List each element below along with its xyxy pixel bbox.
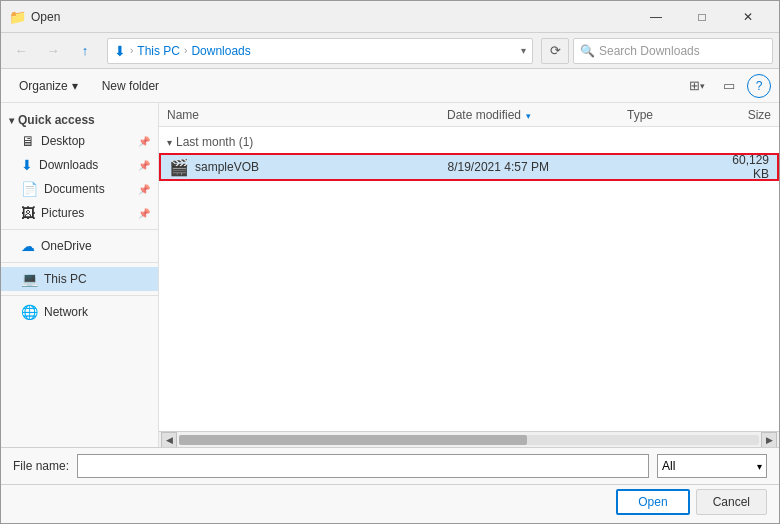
open-button[interactable]: Open <box>616 489 689 515</box>
quick-access-label: Quick access <box>18 113 95 127</box>
onedrive-icon: ☁ <box>21 238 35 254</box>
desktop-icon: 🖥 <box>21 133 35 149</box>
documents-icon: 📄 <box>21 181 38 197</box>
breadcrumb-sep2: › <box>184 45 187 56</box>
breadcrumb: ⬇ › This PC › Downloads <box>114 43 251 59</box>
filename-input[interactable] <box>77 454 649 478</box>
pane-button[interactable]: ▭ <box>715 73 743 99</box>
network-label: Network <box>44 305 88 319</box>
col-date-header[interactable]: Date modified ▾ <box>447 108 627 122</box>
downloads-icon: ⬇ <box>21 157 33 173</box>
open-dialog: 📁 Open — □ ✕ ← → ↑ ⬇ › This PC › Downloa… <box>0 0 780 524</box>
window-title: Open <box>31 10 633 24</box>
file-size-sampleVOB: 60,129 KB <box>732 153 769 181</box>
sidebar: ▾ Quick access 🖥 Desktop 📌 ⬇ Downloads 📌… <box>1 103 159 447</box>
breadcrumb-this-pc: This PC <box>137 44 180 58</box>
hscroll-thumb <box>179 435 527 445</box>
sidebar-item-this-pc[interactable]: 💻 This PC <box>1 267 158 291</box>
group-chevron: ▾ <box>167 137 172 148</box>
file-icon-sampleVOB: 🎬 <box>169 158 189 177</box>
col-size-header[interactable]: Size <box>747 108 771 122</box>
file-name-sampleVOB: sampleVOB <box>195 160 448 174</box>
sidebar-item-onedrive[interactable]: ☁ OneDrive <box>1 234 158 258</box>
maximize-button[interactable]: □ <box>679 1 725 33</box>
desktop-pin-icon: 📌 <box>138 136 150 147</box>
search-box[interactable]: 🔍 Search Downloads <box>573 38 773 64</box>
breadcrumb-downloads: Downloads <box>191 44 250 58</box>
title-bar: 📁 Open — □ ✕ <box>1 1 779 33</box>
group-label: Last month (1) <box>176 135 253 149</box>
sidebar-divider-1 <box>1 229 158 230</box>
view-options-button[interactable]: ⊞ ▾ <box>683 73 711 99</box>
network-icon: 🌐 <box>21 304 38 320</box>
filename-label: File name: <box>13 459 69 473</box>
onedrive-label: OneDrive <box>41 239 92 253</box>
column-headers: Name Date modified ▾ Type Size <box>159 103 779 127</box>
hscroll-right-button[interactable]: ▶ <box>761 432 777 448</box>
sidebar-item-documents[interactable]: 📄 Documents 📌 <box>1 177 158 201</box>
bottom-buttons-row: Open Cancel <box>1 484 779 523</box>
window-icon: 📁 <box>9 9 25 25</box>
address-dropdown-icon[interactable]: ▾ <box>521 45 526 56</box>
documents-label: Documents <box>44 182 105 196</box>
organize-label: Organize <box>19 79 68 93</box>
cancel-button[interactable]: Cancel <box>696 489 767 515</box>
refresh-button[interactable]: ⟳ <box>541 38 569 64</box>
file-row-sampleVOB[interactable]: 🎬 sampleVOB 8/19/2021 4:57 PM 60,129 KB <box>159 153 779 181</box>
hscroll-track[interactable] <box>179 435 759 445</box>
search-icon: 🔍 <box>580 44 595 58</box>
bottom-filename-row: File name: All ▾ <box>1 447 779 484</box>
this-pc-icon: 💻 <box>21 271 38 287</box>
view-dropdown-arrow: ▾ <box>700 81 705 91</box>
search-placeholder: Search Downloads <box>599 44 766 58</box>
help-button[interactable]: ? <box>747 74 771 98</box>
breadcrumb-icon: ⬇ <box>114 43 126 59</box>
up-button[interactable]: ↑ <box>71 37 99 65</box>
sidebar-item-pictures[interactable]: 🖼 Pictures 📌 <box>1 201 158 225</box>
downloads-label: Downloads <box>39 158 98 172</box>
quick-access-header[interactable]: ▾ Quick access <box>1 107 158 129</box>
sidebar-divider-2 <box>1 262 158 263</box>
sidebar-item-network[interactable]: 🌐 Network <box>1 300 158 324</box>
sidebar-item-desktop[interactable]: 🖥 Desktop 📌 <box>1 129 158 153</box>
back-button[interactable]: ← <box>7 37 35 65</box>
sidebar-divider-3 <box>1 295 158 296</box>
pane-icon: ▭ <box>723 78 735 93</box>
file-list: ▾ Last month (1) 🎬 sampleVOB 8/19/2021 4… <box>159 127 779 431</box>
col-type-header[interactable]: Type <box>627 108 747 122</box>
toolbar-right: ⊞ ▾ ▭ ? <box>683 73 771 99</box>
sidebar-item-downloads[interactable]: ⬇ Downloads 📌 <box>1 153 158 177</box>
pictures-label: Pictures <box>41 206 84 220</box>
horizontal-scrollbar[interactable]: ◀ ▶ <box>159 431 779 447</box>
filetype-label: All <box>662 459 675 473</box>
file-area: Name Date modified ▾ Type Size ▾ Las <box>159 103 779 447</box>
documents-pin-icon: 📌 <box>138 184 150 195</box>
file-date-sampleVOB: 8/19/2021 4:57 PM <box>448 160 619 174</box>
filetype-select[interactable]: All ▾ <box>657 454 767 478</box>
toolbar: Organize ▾ New folder ⊞ ▾ ▭ ? <box>1 69 779 103</box>
hscroll-left-button[interactable]: ◀ <box>161 432 177 448</box>
pictures-icon: 🖼 <box>21 205 35 221</box>
new-folder-label: New folder <box>102 79 159 93</box>
col-date-arrow: ▾ <box>526 111 531 121</box>
view-icon: ⊞ <box>689 78 700 93</box>
organize-button[interactable]: Organize ▾ <box>9 73 88 99</box>
address-bar[interactable]: ⬇ › This PC › Downloads ▾ <box>107 38 533 64</box>
navigation-bar: ← → ↑ ⬇ › This PC › Downloads ▾ ⟳ 🔍 Sear… <box>1 33 779 69</box>
window-controls: — □ ✕ <box>633 1 771 33</box>
downloads-pin-icon: 📌 <box>138 160 150 171</box>
minimize-button[interactable]: — <box>633 1 679 33</box>
filetype-arrow: ▾ <box>757 461 762 472</box>
forward-button[interactable]: → <box>39 37 67 65</box>
group-header-last-month[interactable]: ▾ Last month (1) <box>159 131 779 153</box>
close-button[interactable]: ✕ <box>725 1 771 33</box>
breadcrumb-sep1: › <box>130 45 133 56</box>
content-area: ▾ Quick access 🖥 Desktop 📌 ⬇ Downloads 📌… <box>1 103 779 447</box>
this-pc-label: This PC <box>44 272 87 286</box>
col-name-header[interactable]: Name <box>167 108 447 122</box>
new-folder-button[interactable]: New folder <box>92 73 169 99</box>
pictures-pin-icon: 📌 <box>138 208 150 219</box>
quick-access-chevron: ▾ <box>9 115 14 126</box>
organize-arrow: ▾ <box>72 79 78 93</box>
desktop-label: Desktop <box>41 134 85 148</box>
